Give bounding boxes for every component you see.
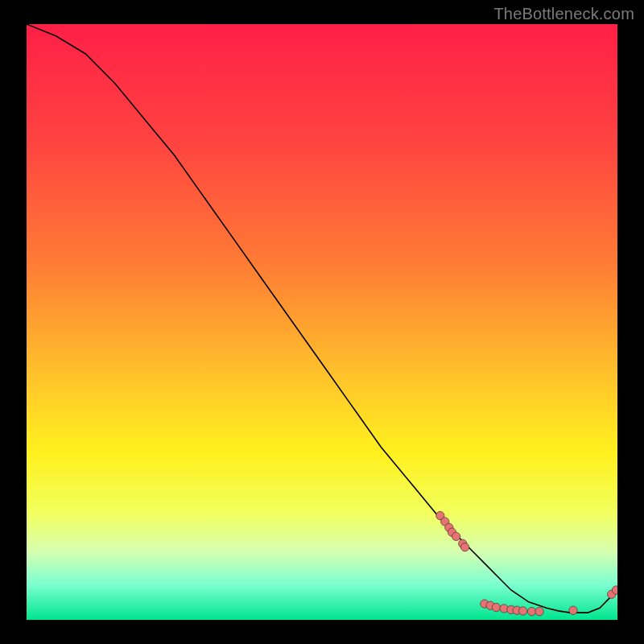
data-dot	[569, 606, 577, 614]
plot-background	[27, 24, 617, 620]
chart-stage: { "watermark": "TheBottleneck.com", "plo…	[0, 0, 644, 644]
data-dot	[527, 607, 535, 615]
data-dot	[452, 532, 460, 540]
data-dot	[518, 607, 526, 615]
bottleneck-chart	[0, 0, 644, 644]
data-dot	[492, 603, 500, 611]
data-dot	[460, 543, 469, 551]
watermark-text: TheBottleneck.com	[493, 5, 634, 23]
data-dot	[612, 586, 620, 594]
data-dot	[535, 607, 543, 615]
